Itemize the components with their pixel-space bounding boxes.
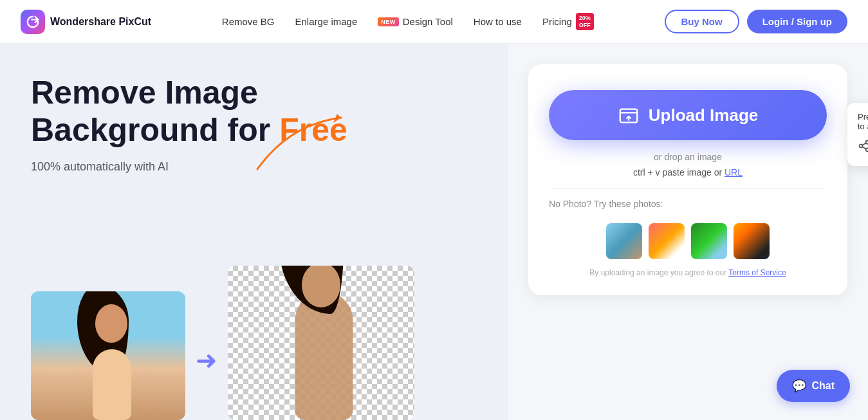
login-button[interactable]: Login / Sign up bbox=[747, 10, 847, 33]
nav-links: Remove BG Enlarge image NEW Design Tool … bbox=[222, 13, 594, 31]
hero-title: Remove Image Background for Free bbox=[31, 75, 477, 149]
bookmark-popup: Press Ctrl + D to add bookmark Share to … bbox=[847, 103, 868, 166]
brand-logo[interactable]: Wondershare PixCut bbox=[21, 10, 151, 34]
navbar: Wondershare PixCut Remove BG Enlarge ima… bbox=[0, 0, 868, 44]
sample-photo-4[interactable] bbox=[734, 223, 770, 259]
upload-icon bbox=[618, 104, 640, 126]
divider bbox=[549, 188, 827, 188]
nav-cta: Buy Now Login / Sign up bbox=[665, 10, 847, 33]
drop-text: or drop an image bbox=[654, 152, 722, 162]
svg-line-6 bbox=[862, 143, 866, 145]
brand-name: Wondershare PixCut bbox=[50, 16, 151, 28]
sample-photo-2[interactable] bbox=[649, 223, 685, 259]
purple-arrow: ➜ bbox=[196, 345, 217, 375]
url-link[interactable]: URL bbox=[725, 167, 743, 178]
demo-result-image bbox=[228, 266, 414, 420]
upload-card: Upload Image or drop an image ctrl + v p… bbox=[528, 64, 847, 295]
new-badge: NEW bbox=[378, 17, 399, 26]
off-badge: 20% OFF bbox=[576, 13, 594, 31]
nav-enlarge[interactable]: Enlarge image bbox=[295, 16, 358, 27]
hero-section: Remove Image Background for Free 100% au… bbox=[0, 44, 508, 420]
paste-text: ctrl + v paste image or URL bbox=[633, 167, 743, 178]
try-photos-label: No Photo? Try these photos: bbox=[549, 199, 663, 209]
hero-subtitle: 100% automatically with AI bbox=[31, 160, 477, 174]
sample-photo-3[interactable] bbox=[691, 223, 727, 259]
svg-line-5 bbox=[862, 147, 866, 149]
sample-photos bbox=[606, 223, 770, 259]
terms-text: By uploading an image you agree to our T… bbox=[589, 268, 786, 277]
chat-icon: 💬 bbox=[792, 379, 806, 393]
upload-image-button[interactable]: Upload Image bbox=[549, 90, 827, 140]
upload-panel: Upload Image or drop an image ctrl + v p… bbox=[508, 44, 868, 420]
nav-design-tool[interactable]: NEW Design Tool bbox=[378, 16, 453, 27]
chat-button[interactable]: 💬 Chat bbox=[777, 370, 850, 402]
sample-photo-1[interactable] bbox=[606, 223, 642, 259]
demo-original-image bbox=[31, 291, 185, 420]
nav-pricing[interactable]: Pricing 20% OFF bbox=[542, 13, 594, 31]
buy-now-button[interactable]: Buy Now bbox=[665, 10, 739, 33]
bookmark-text: Press Ctrl + D to add bookmark bbox=[858, 112, 868, 131]
nav-how-to-use[interactable]: How to use bbox=[474, 16, 522, 27]
no-photo-section: No Photo? Try these photos: bbox=[549, 199, 827, 268]
share-icon bbox=[858, 140, 868, 156]
demo-area: ➜ bbox=[31, 266, 414, 420]
nav-remove-bg[interactable]: Remove BG bbox=[222, 16, 275, 27]
share-row: Share to get credits bbox=[858, 138, 868, 157]
main-content: Remove Image Background for Free 100% au… bbox=[0, 44, 868, 420]
logo-icon bbox=[21, 10, 45, 34]
tos-link[interactable]: Terms of Service bbox=[728, 268, 786, 277]
